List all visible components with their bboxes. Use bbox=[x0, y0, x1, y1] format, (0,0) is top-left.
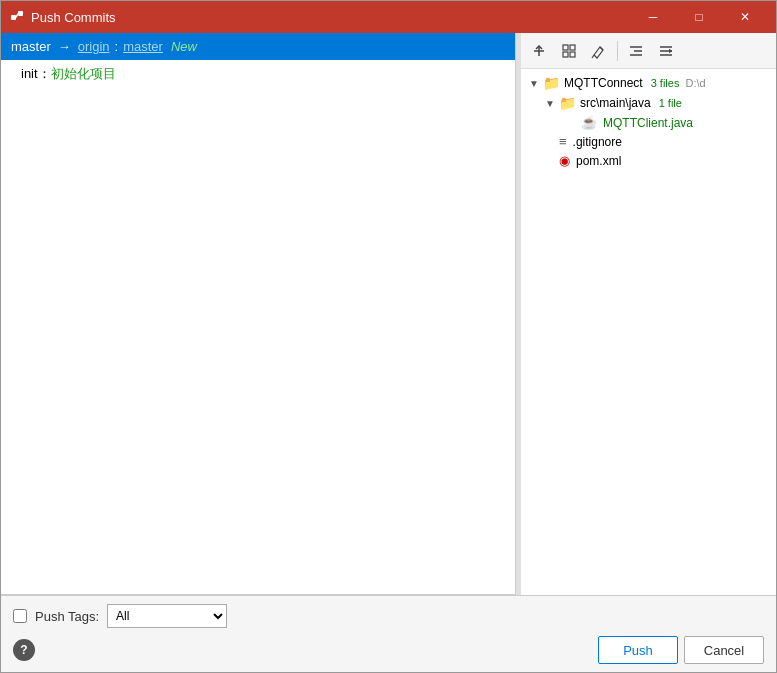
chevron-down-icon: ▼ bbox=[545, 98, 555, 109]
tree-xml-file[interactable]: ◉ pom.xml bbox=[521, 151, 776, 170]
main-content: master → origin : master New init：初始化项目 bbox=[1, 33, 776, 595]
folder-icon: 📁 bbox=[543, 75, 560, 91]
gitignore-file-icon: ≡ bbox=[559, 134, 567, 149]
xml-file-icon: ◉ bbox=[559, 153, 570, 168]
push-tags-row: Push Tags: All Annotated None bbox=[13, 604, 764, 628]
close-button[interactable]: ✕ bbox=[722, 1, 768, 33]
action-buttons: Push Cancel bbox=[598, 636, 764, 664]
svg-rect-6 bbox=[570, 45, 575, 50]
edit-button[interactable] bbox=[585, 37, 613, 65]
help-button[interactable]: ? bbox=[13, 639, 35, 661]
push-tags-select[interactable]: All Annotated None bbox=[107, 604, 227, 628]
svg-line-10 bbox=[592, 55, 594, 58]
group-button[interactable] bbox=[555, 37, 583, 65]
cancel-button[interactable]: Cancel bbox=[684, 636, 764, 664]
push-button[interactable]: Push bbox=[598, 636, 678, 664]
tree-gitignore-file[interactable]: ≡ .gitignore bbox=[521, 132, 776, 151]
window-controls: ─ □ ✕ bbox=[630, 1, 768, 33]
svg-rect-0 bbox=[11, 15, 16, 20]
right-panel: ▼ 📁 MQTTConnect 3 files D:\d ▼ 📁 src\mai… bbox=[521, 33, 776, 595]
title-bar: Push Commits ─ □ ✕ bbox=[1, 1, 776, 33]
svg-rect-5 bbox=[563, 45, 568, 50]
toolbar-sep-1 bbox=[617, 41, 618, 61]
window-title: Push Commits bbox=[31, 10, 630, 25]
bottom-bar: Push Tags: All Annotated None ? Push Can… bbox=[1, 595, 776, 672]
root-name: MQTTConnect bbox=[564, 76, 643, 90]
remote-branch-link[interactable]: master bbox=[123, 39, 163, 54]
svg-line-9 bbox=[600, 47, 603, 50]
java-file-icon: ☕ bbox=[581, 115, 597, 130]
commit-item: init：初始化项目 bbox=[1, 60, 515, 88]
push-commits-window: Push Commits ─ □ ✕ master → origin : mas… bbox=[0, 0, 777, 673]
separator: : bbox=[115, 39, 119, 54]
action-row: ? Push Cancel bbox=[13, 636, 764, 664]
root-path: D:\d bbox=[685, 77, 705, 89]
push-tags-label: Push Tags: bbox=[35, 609, 99, 624]
right-toolbar bbox=[521, 33, 776, 69]
new-badge: New bbox=[171, 39, 197, 54]
commit-header: master → origin : master New bbox=[1, 33, 515, 60]
svg-rect-7 bbox=[563, 52, 568, 57]
align-right-button[interactable] bbox=[622, 37, 650, 65]
root-meta: 3 files bbox=[651, 77, 680, 89]
src-folder-meta: 1 file bbox=[659, 97, 682, 109]
collapse-button[interactable] bbox=[652, 37, 680, 65]
file-tree: ▼ 📁 MQTTConnect 3 files D:\d ▼ 📁 src\mai… bbox=[521, 69, 776, 595]
app-icon bbox=[9, 9, 25, 25]
push-tags-checkbox[interactable] bbox=[13, 609, 27, 623]
src-folder-name: src\main\java bbox=[580, 96, 651, 110]
tree-src-folder[interactable]: ▼ 📁 src\main\java 1 file bbox=[521, 93, 776, 113]
arrow-icon: → bbox=[58, 39, 71, 54]
left-panel: master → origin : master New init：初始化项目 bbox=[1, 33, 516, 595]
java-file-name: MQTTClient.java bbox=[603, 116, 693, 130]
local-branch: master bbox=[11, 39, 51, 54]
gitignore-file-name: .gitignore bbox=[573, 135, 622, 149]
svg-rect-1 bbox=[18, 11, 23, 16]
sort-button[interactable] bbox=[525, 37, 553, 65]
commit-description: 初始化项目 bbox=[51, 66, 116, 81]
xml-file-name: pom.xml bbox=[576, 154, 621, 168]
maximize-button[interactable]: □ bbox=[676, 1, 722, 33]
folder-icon: 📁 bbox=[559, 95, 576, 111]
svg-line-2 bbox=[16, 14, 18, 18]
svg-rect-8 bbox=[570, 52, 575, 57]
tree-root[interactable]: ▼ 📁 MQTTConnect 3 files D:\d bbox=[521, 73, 776, 93]
commit-list: master → origin : master New init：初始化项目 bbox=[1, 33, 515, 595]
chevron-down-icon: ▼ bbox=[529, 78, 539, 89]
minimize-button[interactable]: ─ bbox=[630, 1, 676, 33]
remote-link[interactable]: origin bbox=[78, 39, 110, 54]
commit-prefix: init： bbox=[21, 66, 51, 81]
tree-java-file[interactable]: ☕ MQTTClient.java bbox=[521, 113, 776, 132]
